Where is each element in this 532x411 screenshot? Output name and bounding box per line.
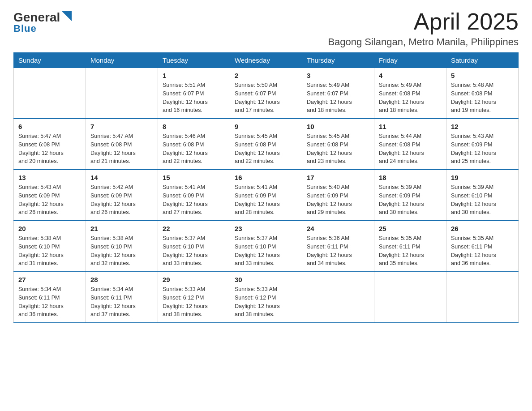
calendar-cell: 21Sunrise: 5:38 AMSunset: 6:10 PMDayligh…: [86, 221, 158, 272]
calendar-table: SundayMondayTuesdayWednesdayThursdayFrid…: [13, 52, 519, 323]
calendar-cell: 1Sunrise: 5:51 AMSunset: 6:07 PMDaylight…: [158, 68, 230, 119]
day-info: Sunrise: 5:51 AMSunset: 6:07 PMDaylight:…: [163, 81, 225, 115]
calendar-cell: 15Sunrise: 5:41 AMSunset: 6:09 PMDayligh…: [158, 170, 230, 221]
day-number: 13: [18, 174, 81, 181]
day-number: 17: [307, 174, 369, 181]
day-info: Sunrise: 5:33 AMSunset: 6:12 PMDaylight:…: [235, 285, 297, 319]
day-number: 21: [90, 225, 153, 232]
logo-text-blue: Blue: [13, 23, 37, 34]
calendar-week-4: 20Sunrise: 5:38 AMSunset: 6:10 PMDayligh…: [14, 221, 519, 272]
day-info: Sunrise: 5:47 AMSunset: 6:08 PMDaylight:…: [18, 132, 81, 166]
calendar-cell: 8Sunrise: 5:46 AMSunset: 6:08 PMDaylight…: [158, 119, 230, 170]
weekday-header-wednesday: Wednesday: [230, 53, 302, 68]
day-number: 20: [18, 225, 81, 232]
day-number: 10: [307, 123, 369, 130]
day-info: Sunrise: 5:50 AMSunset: 6:07 PMDaylight:…: [235, 81, 297, 115]
calendar-cell: 20Sunrise: 5:38 AMSunset: 6:10 PMDayligh…: [14, 221, 86, 272]
day-number: 4: [379, 72, 442, 79]
day-number: 1: [163, 72, 225, 79]
day-number: 7: [90, 123, 153, 130]
calendar-cell: 14Sunrise: 5:42 AMSunset: 6:09 PMDayligh…: [86, 170, 158, 221]
day-info: Sunrise: 5:39 AMSunset: 6:09 PMDaylight:…: [379, 183, 442, 217]
calendar-cell: 22Sunrise: 5:37 AMSunset: 6:10 PMDayligh…: [158, 221, 230, 272]
location-subtitle: Bagong Silangan, Metro Manila, Philippin…: [328, 36, 519, 48]
day-number: 23: [235, 225, 297, 232]
day-info: Sunrise: 5:34 AMSunset: 6:11 PMDaylight:…: [90, 285, 153, 319]
day-info: Sunrise: 5:42 AMSunset: 6:09 PMDaylight:…: [90, 183, 153, 217]
day-number: 27: [18, 276, 81, 283]
day-info: Sunrise: 5:48 AMSunset: 6:08 PMDaylight:…: [451, 81, 514, 115]
day-info: Sunrise: 5:45 AMSunset: 6:08 PMDaylight:…: [235, 132, 297, 166]
calendar-header: SundayMondayTuesdayWednesdayThursdayFrid…: [14, 53, 519, 68]
calendar-cell: [86, 68, 158, 119]
day-info: Sunrise: 5:43 AMSunset: 6:09 PMDaylight:…: [18, 183, 81, 217]
calendar-cell: 16Sunrise: 5:41 AMSunset: 6:09 PMDayligh…: [230, 170, 302, 221]
day-number: 11: [379, 123, 442, 130]
day-info: Sunrise: 5:47 AMSunset: 6:08 PMDaylight:…: [90, 132, 153, 166]
day-number: 5: [451, 72, 514, 79]
day-number: 12: [451, 123, 514, 130]
day-info: Sunrise: 5:37 AMSunset: 6:10 PMDaylight:…: [235, 234, 297, 268]
weekday-header-saturday: Saturday: [446, 53, 519, 68]
day-info: Sunrise: 5:44 AMSunset: 6:08 PMDaylight:…: [379, 132, 442, 166]
day-info: Sunrise: 5:46 AMSunset: 6:08 PMDaylight:…: [163, 132, 225, 166]
calendar-cell: 27Sunrise: 5:34 AMSunset: 6:11 PMDayligh…: [14, 272, 86, 323]
day-number: 15: [163, 174, 225, 181]
day-info: Sunrise: 5:35 AMSunset: 6:11 PMDaylight:…: [379, 234, 442, 268]
calendar-cell: [446, 272, 519, 323]
calendar-body: 1Sunrise: 5:51 AMSunset: 6:07 PMDaylight…: [14, 68, 519, 323]
logo-arrow-icon: [62, 11, 72, 21]
day-info: Sunrise: 5:41 AMSunset: 6:09 PMDaylight:…: [235, 183, 297, 217]
page-header: General Blue April 2025 Bagong Silangan,…: [13, 9, 519, 48]
day-number: 16: [235, 174, 297, 181]
calendar-cell: 7Sunrise: 5:47 AMSunset: 6:08 PMDaylight…: [86, 119, 158, 170]
calendar-cell: 24Sunrise: 5:36 AMSunset: 6:11 PMDayligh…: [302, 221, 374, 272]
calendar-cell: 6Sunrise: 5:47 AMSunset: 6:08 PMDaylight…: [14, 119, 86, 170]
day-number: 3: [307, 72, 369, 79]
title-section: April 2025 Bagong Silangan, Metro Manila…: [328, 9, 519, 48]
day-number: 22: [163, 225, 225, 232]
calendar-cell: [302, 272, 374, 323]
calendar-cell: 23Sunrise: 5:37 AMSunset: 6:10 PMDayligh…: [230, 221, 302, 272]
day-info: Sunrise: 5:33 AMSunset: 6:12 PMDaylight:…: [163, 285, 225, 319]
calendar-cell: 5Sunrise: 5:48 AMSunset: 6:08 PMDaylight…: [446, 68, 519, 119]
day-number: 30: [235, 276, 297, 283]
calendar-cell: 18Sunrise: 5:39 AMSunset: 6:09 PMDayligh…: [374, 170, 446, 221]
day-info: Sunrise: 5:38 AMSunset: 6:10 PMDaylight:…: [18, 234, 81, 268]
calendar-cell: 26Sunrise: 5:35 AMSunset: 6:11 PMDayligh…: [446, 221, 519, 272]
calendar-cell: 11Sunrise: 5:44 AMSunset: 6:08 PMDayligh…: [374, 119, 446, 170]
day-info: Sunrise: 5:40 AMSunset: 6:09 PMDaylight:…: [307, 183, 369, 217]
weekday-header-sunday: Sunday: [14, 53, 86, 68]
day-info: Sunrise: 5:43 AMSunset: 6:09 PMDaylight:…: [451, 132, 514, 166]
day-info: Sunrise: 5:38 AMSunset: 6:10 PMDaylight:…: [90, 234, 153, 268]
logo-text-general: General: [13, 11, 60, 24]
day-info: Sunrise: 5:36 AMSunset: 6:11 PMDaylight:…: [307, 234, 369, 268]
calendar-cell: 13Sunrise: 5:43 AMSunset: 6:09 PMDayligh…: [14, 170, 86, 221]
day-number: 6: [18, 123, 81, 130]
calendar-cell: 2Sunrise: 5:50 AMSunset: 6:07 PMDaylight…: [230, 68, 302, 119]
calendar-cell: 28Sunrise: 5:34 AMSunset: 6:11 PMDayligh…: [86, 272, 158, 323]
day-info: Sunrise: 5:41 AMSunset: 6:09 PMDaylight:…: [163, 183, 225, 217]
weekday-header-thursday: Thursday: [302, 53, 374, 68]
calendar-week-5: 27Sunrise: 5:34 AMSunset: 6:11 PMDayligh…: [14, 272, 519, 323]
calendar-cell: 3Sunrise: 5:49 AMSunset: 6:07 PMDaylight…: [302, 68, 374, 119]
weekday-header-monday: Monday: [86, 53, 158, 68]
day-info: Sunrise: 5:39 AMSunset: 6:10 PMDaylight:…: [451, 183, 514, 217]
calendar-cell: 10Sunrise: 5:45 AMSunset: 6:08 PMDayligh…: [302, 119, 374, 170]
day-info: Sunrise: 5:35 AMSunset: 6:11 PMDaylight:…: [451, 234, 514, 268]
calendar-cell: 29Sunrise: 5:33 AMSunset: 6:12 PMDayligh…: [158, 272, 230, 323]
day-number: 25: [379, 225, 442, 232]
day-info: Sunrise: 5:34 AMSunset: 6:11 PMDaylight:…: [18, 285, 81, 319]
day-number: 9: [235, 123, 297, 130]
calendar-cell: 9Sunrise: 5:45 AMSunset: 6:08 PMDaylight…: [230, 119, 302, 170]
calendar-cell: 19Sunrise: 5:39 AMSunset: 6:10 PMDayligh…: [446, 170, 519, 221]
calendar-cell: 17Sunrise: 5:40 AMSunset: 6:09 PMDayligh…: [302, 170, 374, 221]
svg-marker-0: [62, 11, 72, 21]
weekday-header-row: SundayMondayTuesdayWednesdayThursdayFrid…: [14, 53, 519, 68]
calendar-week-2: 6Sunrise: 5:47 AMSunset: 6:08 PMDaylight…: [14, 119, 519, 170]
day-number: 14: [90, 174, 153, 181]
day-number: 28: [90, 276, 153, 283]
calendar-cell: 30Sunrise: 5:33 AMSunset: 6:12 PMDayligh…: [230, 272, 302, 323]
weekday-header-tuesday: Tuesday: [158, 53, 230, 68]
calendar-cell: [374, 272, 446, 323]
